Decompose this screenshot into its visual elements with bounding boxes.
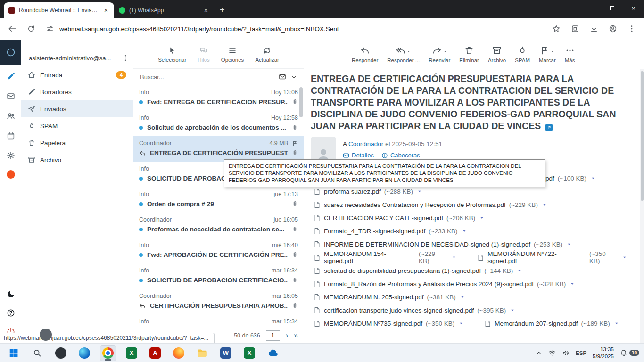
attachment-item[interactable]: INFORME DE DETERMINACION DE NECESIDAD-si… bbox=[314, 241, 571, 248]
contacts-nav-icon[interactable] bbox=[0, 112, 21, 120]
reply-all-button[interactable]: Responder ... bbox=[383, 46, 424, 63]
dark-mode-moon-icon[interactable] bbox=[0, 290, 21, 298]
attachment-item[interactable]: proforma suarez.pdf(~288 KB) bbox=[314, 188, 422, 195]
acrobat-icon[interactable]: A bbox=[147, 345, 163, 361]
spam-button[interactable]: SPAM bbox=[511, 46, 534, 63]
search-scope-envelope-icon[interactable] bbox=[279, 73, 286, 81]
mark-button[interactable]: Marcar bbox=[535, 46, 560, 63]
page-number-input[interactable] bbox=[266, 330, 280, 341]
attachment-menu-caret-icon[interactable] bbox=[459, 321, 463, 326]
folder-entrada[interactable]: Entrada 4 bbox=[21, 66, 133, 83]
attachment-item[interactable]: MEMORANDUM N. 205-signed.pdf(~381 KB) bbox=[314, 294, 465, 301]
attachment-item[interactable]: MEMORÁNDUM Nº722-signed.pdf(~350 KB) bbox=[477, 250, 627, 264]
search-options-chevron-icon[interactable] bbox=[291, 74, 297, 80]
tab-whatsapp[interactable]: (1) WhatsApp × bbox=[114, 2, 214, 18]
floating-widget-button[interactable] bbox=[40, 329, 52, 341]
message-row[interactable]: Coordinadorjue 16:05 Proformas de necesi… bbox=[133, 213, 304, 238]
attachment-menu-caret-icon[interactable] bbox=[510, 308, 515, 313]
calendar-nav-icon[interactable] bbox=[0, 132, 21, 140]
attachment-menu-caret-icon[interactable] bbox=[460, 295, 465, 299]
list-scrollbar[interactable] bbox=[299, 87, 303, 117]
reload-button[interactable] bbox=[23, 21, 40, 37]
maximize-button[interactable] bbox=[602, 0, 623, 16]
cpanel-icon[interactable] bbox=[0, 170, 21, 179]
refresh-button[interactable]: Actualizar bbox=[251, 46, 283, 63]
help-icon[interactable] bbox=[0, 309, 21, 317]
attachment-menu-caret-icon[interactable] bbox=[614, 321, 619, 326]
wifi-icon[interactable] bbox=[548, 349, 556, 357]
message-scrollbar-thumb[interactable] bbox=[641, 71, 644, 201]
next-page-button[interactable]: › bbox=[286, 332, 288, 339]
attachment-menu-caret-icon[interactable] bbox=[542, 202, 547, 207]
attachment-item[interactable]: Formato_4_TDR -signed-signed.pdf(~233 KB… bbox=[314, 228, 467, 235]
dropdown-caret-icon[interactable] bbox=[407, 49, 411, 53]
volume-icon[interactable] bbox=[562, 349, 570, 357]
message-row[interactable]: Infojue 17:13 Orden de compra # 29 bbox=[133, 187, 304, 213]
site-settings-icon[interactable] bbox=[46, 25, 54, 33]
hidden-icons-chevron[interactable] bbox=[536, 350, 542, 356]
tab-roundcube[interactable]: Roundcube Webmail :: Enviados × bbox=[4, 2, 114, 18]
attachment-item[interactable]: Formato_8_Razón de Proformas y Análisis … bbox=[314, 280, 575, 288]
mail-nav-icon[interactable] bbox=[0, 92, 21, 100]
select-button[interactable]: Seleccionar bbox=[154, 46, 190, 63]
folder-archivo[interactable]: Archivo bbox=[21, 151, 133, 168]
reply-button[interactable]: Responder bbox=[347, 46, 382, 63]
attachment-menu-caret-icon[interactable] bbox=[417, 189, 422, 194]
notification-bell[interactable]: 10 bbox=[620, 349, 639, 357]
firefox-icon[interactable] bbox=[171, 345, 187, 361]
flag-icon[interactable] bbox=[292, 140, 298, 147]
message-row[interactable]: Infomar 16:34 SOLICITUD DE APROBACION CE… bbox=[133, 263, 304, 289]
folder-enviados[interactable]: Enviados bbox=[21, 100, 133, 117]
profile-icon[interactable] bbox=[604, 21, 621, 37]
attachment-item[interactable]: MEMORÁNDUM Nº735-signed.pdf(~350 KB) bbox=[314, 320, 463, 327]
excel-icon[interactable]: X bbox=[124, 345, 140, 361]
dropdown-caret-icon[interactable] bbox=[551, 49, 554, 53]
forward-button[interactable]: Reenviar bbox=[424, 46, 454, 63]
taskbar-clock[interactable]: 13:35 5/9/2025 bbox=[593, 346, 614, 360]
attachment-menu-caret-icon[interactable] bbox=[452, 255, 456, 260]
attachment-item[interactable]: MEMORANDUM 154-signed.pdf(~229 KB) bbox=[314, 250, 456, 264]
message-row-selected[interactable]: Coordinador4.9 MB ENTREGA DE CERTIFICACI… bbox=[133, 136, 304, 162]
attachment-menu-caret-icon[interactable] bbox=[462, 229, 467, 233]
delete-button[interactable]: Eliminar bbox=[455, 46, 483, 63]
attachment-item[interactable]: suarez necesidades Contratación y Recepc… bbox=[314, 201, 547, 208]
edge-icon[interactable] bbox=[76, 345, 92, 361]
folder-spam[interactable]: SPAM bbox=[21, 117, 133, 134]
taskbar-search-icon[interactable] bbox=[29, 345, 45, 361]
attachment-menu-caret-icon[interactable] bbox=[517, 268, 522, 273]
attachment-item[interactable]: certificacion transporte judo vinces-sig… bbox=[314, 307, 515, 314]
back-button[interactable] bbox=[4, 21, 21, 37]
settings-gear-icon[interactable] bbox=[0, 151, 21, 160]
last-page-button[interactable]: » bbox=[294, 332, 298, 339]
close-window-button[interactable]: × bbox=[623, 0, 644, 16]
headers-link[interactable]: Cabeceras bbox=[381, 152, 420, 159]
bookmark-star-icon[interactable] bbox=[548, 21, 565, 37]
threads-button[interactable]: Hilos bbox=[194, 46, 214, 63]
address-bar[interactable]: webmail.sanjuan.gob.ec/cpsess4685020211/… bbox=[41, 21, 546, 37]
more-button[interactable]: Más bbox=[561, 46, 579, 63]
browser-menu-icon[interactable] bbox=[623, 21, 640, 37]
attachment-item[interactable]: CERTIFICACION PAC Y CATE-signed.pdf(~206… bbox=[314, 214, 484, 222]
account-menu-icon[interactable] bbox=[122, 54, 129, 62]
options-button[interactable]: Opciones bbox=[217, 46, 248, 63]
attachment-menu-caret-icon[interactable] bbox=[479, 215, 484, 220]
copilot-icon[interactable] bbox=[53, 345, 69, 361]
attachment-menu-caret-icon[interactable] bbox=[591, 176, 595, 181]
message-row[interactable]: Infomié 16:40 Fwd: APROBACIÓN DE CERTIFI… bbox=[133, 238, 304, 263]
message-row[interactable]: Coordinadormar 16:05 CERTIFICACIÓN PRESU… bbox=[133, 289, 304, 314]
attachment-item[interactable]: solicitud de disponibilidad presupuestar… bbox=[314, 267, 522, 274]
message-row[interactable]: InfoHoy 12:58 Solicitud de aprobación de… bbox=[133, 111, 304, 136]
dropdown-caret-icon[interactable] bbox=[443, 49, 447, 53]
archive-button[interactable]: Archivo bbox=[484, 46, 510, 63]
word-icon[interactable]: W bbox=[218, 345, 234, 361]
details-link[interactable]: Detalles bbox=[343, 152, 374, 159]
new-tab-button[interactable]: + bbox=[214, 5, 231, 18]
attachment-item[interactable]: Memorándum 207-signed.pdf(~189 KB) bbox=[484, 320, 619, 327]
recipient-link[interactable]: Coordinador bbox=[348, 140, 383, 148]
attachment-menu-caret-icon[interactable] bbox=[567, 242, 571, 247]
url-text[interactable]: webmail.sanjuan.gob.ec/cpsess4685020211/… bbox=[59, 25, 339, 33]
message-row[interactable]: InfoHoy 13:06 Fwd: ENTREGA DE CERTIFICAC… bbox=[133, 85, 304, 111]
attachment-menu-caret-icon[interactable] bbox=[570, 281, 575, 286]
extensions-icon[interactable] bbox=[567, 21, 584, 37]
folder-borradores[interactable]: Borradores bbox=[21, 83, 133, 100]
